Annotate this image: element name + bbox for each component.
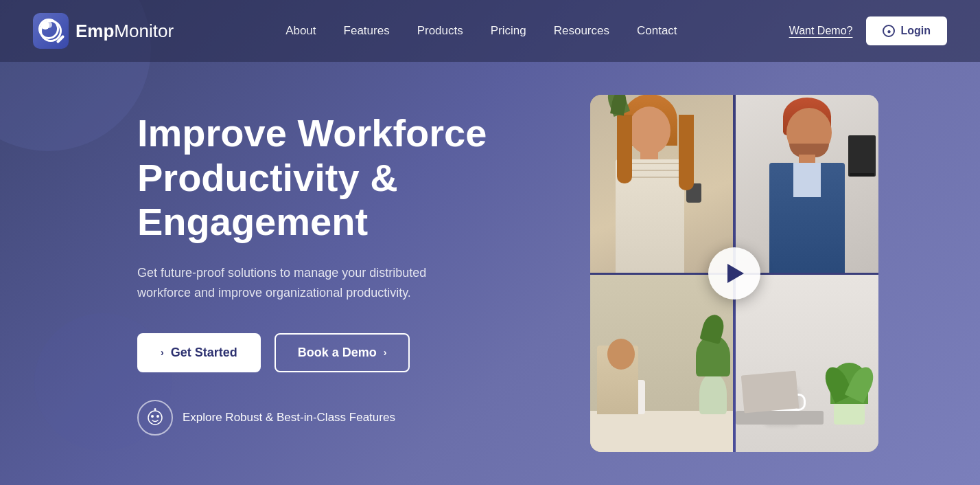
svg-point-0 <box>148 411 162 425</box>
hero-subtitle: Get future-proof solutions to manage you… <box>137 263 467 303</box>
image-man <box>736 95 879 273</box>
svg-point-2 <box>156 415 159 418</box>
play-button[interactable] <box>708 247 760 300</box>
want-demo-link[interactable]: Want Demo? <box>789 25 853 37</box>
nav-about[interactable]: About <box>285 24 316 38</box>
get-started-button[interactable]: › Get Started <box>137 333 261 372</box>
explore-area[interactable]: Explore Robust & Best-in-Class Features <box>137 400 549 436</box>
header-right: Want Demo? ● Login <box>789 16 947 45</box>
chevron-right-icon: › <box>384 347 387 358</box>
hero-image-collage <box>590 95 878 452</box>
features-icon <box>137 400 173 436</box>
hero-content: Improve Workforce Productivity & Engagem… <box>137 111 549 436</box>
man-figure <box>766 95 869 273</box>
page-wrapper: EmpMonitor About Features Products Prici… <box>0 0 980 485</box>
logo[interactable]: EmpMonitor <box>33 13 174 49</box>
nav-features[interactable]: Features <box>344 24 390 38</box>
svg-point-4 <box>154 408 156 410</box>
user-icon: ● <box>883 25 895 37</box>
login-label: Login <box>900 25 931 37</box>
nav-pricing[interactable]: Pricing <box>491 24 526 38</box>
hero-section: Improve Workforce Productivity & Engagem… <box>0 62 980 485</box>
robot-icon <box>145 408 165 427</box>
header: EmpMonitor About Features Products Prici… <box>0 0 980 62</box>
nav-contact[interactable]: Contact <box>637 24 677 38</box>
svg-point-1 <box>151 415 154 418</box>
hero-title: Improve Workforce Productivity & Engagem… <box>137 111 549 244</box>
nav-products[interactable]: Products <box>417 24 463 38</box>
book-demo-button[interactable]: Book a Demo › <box>275 333 410 372</box>
nav-resources[interactable]: Resources <box>554 24 609 38</box>
logo-text: EmpMonitor <box>75 21 174 42</box>
logo-icon <box>33 13 69 49</box>
hero-buttons: › Get Started Book a Demo › <box>137 333 549 372</box>
login-button[interactable]: ● Login <box>866 16 947 45</box>
image-bottom-right <box>736 275 879 453</box>
image-woman <box>590 95 734 273</box>
woman-figure <box>609 95 705 273</box>
chevron-icon: › <box>161 347 164 358</box>
main-nav: About Features Products Pricing Resource… <box>285 24 677 38</box>
play-icon <box>727 264 744 283</box>
explore-text: Explore Robust & Best-in-Class Features <box>183 411 395 425</box>
image-bottom-left <box>590 275 734 453</box>
